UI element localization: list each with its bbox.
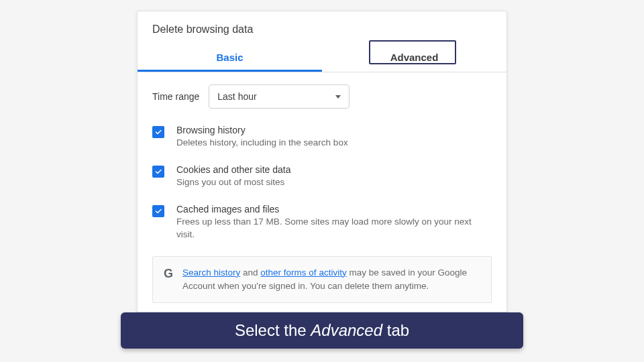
time-range-row: Time range Last hour <box>152 84 492 109</box>
option-title: Cookies and other site data <box>176 164 290 175</box>
option-desc: Deletes history, including in the search… <box>176 137 348 149</box>
checkbox-cookies[interactable] <box>152 166 164 178</box>
option-desc: Frees up less than 17 MB. Some sites may… <box>176 216 492 241</box>
search-history-link[interactable]: Search history <box>182 267 240 278</box>
clear-browsing-data-dialog: Delete browsing data Basic Advanced Time… <box>137 11 507 312</box>
other-activity-link[interactable]: other forms of activity <box>260 267 346 278</box>
tabs: Basic Advanced <box>138 46 506 72</box>
option-text: Browsing history Deletes history, includ… <box>176 125 348 149</box>
tab-advanced[interactable]: Advanced <box>322 46 506 72</box>
checkbox-cached[interactable] <box>152 205 164 217</box>
check-icon <box>154 128 162 136</box>
dialog-content: Time range Last hour Browsing history De… <box>138 72 506 311</box>
caret-down-icon <box>335 95 341 99</box>
option-text: Cookies and other site data Signs you ou… <box>176 164 290 189</box>
caption-em: Advanced <box>311 321 382 340</box>
option-title: Cached images and files <box>176 204 492 215</box>
option-cookies: Cookies and other site data Signs you ou… <box>152 164 492 189</box>
time-range-value: Last hour <box>217 91 256 102</box>
google-account-info: G Search history and other forms of acti… <box>152 256 492 304</box>
google-icon: G <box>164 267 173 281</box>
time-range-label: Time range <box>152 91 199 102</box>
option-browsing-history: Browsing history Deletes history, includ… <box>152 125 492 149</box>
option-cached: Cached images and files Frees up less th… <box>152 204 492 241</box>
time-range-select[interactable]: Last hour <box>209 84 350 109</box>
caption-pre: Select the <box>235 321 307 340</box>
instruction-caption: Select the Advanced tab <box>121 312 523 349</box>
caption-post: tab <box>387 321 409 340</box>
check-icon <box>154 207 162 215</box>
check-icon <box>154 168 162 176</box>
dialog-title: Delete browsing data <box>138 11 506 46</box>
info-mid: and <box>240 267 260 278</box>
checkbox-browsing-history[interactable] <box>152 126 164 138</box>
option-desc: Signs you out of most sites <box>176 176 290 189</box>
option-title: Browsing history <box>176 125 348 135</box>
tab-basic[interactable]: Basic <box>138 46 322 72</box>
option-text: Cached images and files Frees up less th… <box>176 204 492 241</box>
info-text: Search history and other forms of activi… <box>182 266 480 294</box>
